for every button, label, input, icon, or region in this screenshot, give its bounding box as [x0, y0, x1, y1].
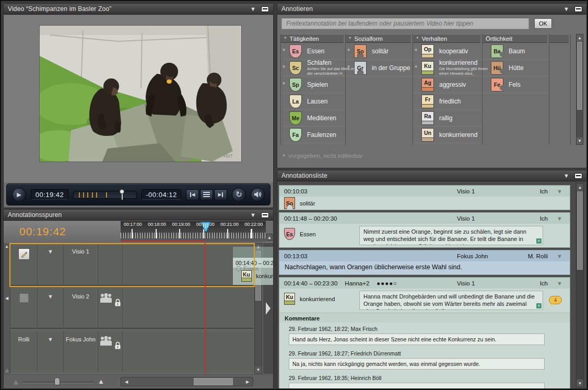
- video-panel-minimize-icon[interactable]: [261, 6, 269, 12]
- entry-description[interactable]: Hanna macht Drohgebärden und will unbedi…: [359, 291, 543, 310]
- comment-count-bubble[interactable]: 4: [549, 296, 562, 304]
- group-icon: [100, 336, 112, 346]
- freetext-annotation-input[interactable]: [281, 18, 529, 29]
- timeline-horizontal-scrollbar[interactable]: ◀ ▶: [121, 377, 253, 386]
- ruler-labels: 00:17:0000:18:00 00:19:0000:20:00 00:21:…: [121, 222, 266, 227]
- tag-essen[interactable]: * Es Essen: [281, 43, 345, 60]
- video-frame[interactable]: MpT: [39, 25, 242, 162]
- expand-text-icon[interactable]: +: [536, 303, 542, 308]
- scroll-down-icon[interactable]: ▼: [255, 366, 262, 373]
- app-window: Video “Schimpanzen im Basler Zoo” ▼: [0, 0, 588, 390]
- annotate-panel-collapse-icon[interactable]: ▼: [563, 6, 569, 12]
- tag-aggressiv[interactable]: Ag aggressiv: [413, 76, 482, 93]
- next-frame-button[interactable]: ▶: [214, 189, 227, 200]
- tag-in-der-gruppe[interactable]: * Gr in der Gruppe: [346, 60, 413, 76]
- edit-track-button[interactable]: [18, 248, 30, 260]
- tag-konkurrierend[interactable]: * Ku konkurrierend Die Mundstellung gibt…: [413, 60, 482, 76]
- entry-menu-icon[interactable]: ▼: [557, 253, 562, 259]
- tag-faulenzen[interactable]: Fa Faulenzen: [281, 127, 345, 143]
- zoom-out-icon[interactable]: △: [14, 380, 18, 385]
- category-column-taetigkeiten: * Tätigkeiten * Es Essen * Sc Schlafen A…: [280, 34, 346, 145]
- play-button[interactable]: ▶: [12, 188, 26, 202]
- list-panel-titlebar[interactable]: Annotationsliste ▼: [277, 170, 586, 181]
- track-timeline-visio2[interactable]: [123, 288, 254, 328]
- scroll-up-icon[interactable]: ▲: [577, 35, 583, 41]
- tag-fels[interactable]: Fe Fels: [483, 76, 549, 93]
- annotation-entry[interactable]: 00:11:48 – 00:20:30 Visio 1 Ich ▼ Es Ess…: [279, 212, 570, 248]
- scroll-thumb[interactable]: [577, 42, 582, 110]
- annotation-entry[interactable]: 00:10:03 Visio 1 Ich ▼ So solitär: [279, 185, 570, 210]
- previous-frame-button[interactable]: ◀: [186, 189, 199, 200]
- expand-text-icon[interactable]: +: [536, 238, 542, 244]
- entry-time: 00:10:03: [284, 188, 308, 194]
- track-dropdown-icon[interactable]: ▼: [48, 336, 53, 342]
- seek-handle[interactable]: [120, 189, 125, 201]
- hscroll-thumb[interactable]: [194, 378, 233, 385]
- video-panel-titlebar[interactable]: Video “Schimpanzen im Basler Zoo” ▼: [4, 4, 273, 15]
- track-timeline-visio1[interactable]: 00:14:40 – 00:23:30 Hanna+2 ●●●●○ Essen: [123, 243, 254, 285]
- entry-menu-icon[interactable]: ▼: [557, 280, 562, 286]
- group-icon: [100, 293, 112, 303]
- tag-konkurrierend-un[interactable]: Un konkurrierend: [413, 127, 482, 143]
- track-timeline-fokus-john[interactable]: [123, 331, 254, 372]
- list-scrollbar[interactable]: ▲ ▼: [576, 183, 584, 387]
- lock-icon: [114, 299, 121, 306]
- comment-meta: 29. Februar 1962, 18:27; Friedrich Dürre…: [289, 350, 570, 357]
- tag-friedlich[interactable]: Fr friedlich: [413, 93, 482, 110]
- frame-list-button[interactable]: [200, 189, 213, 200]
- comment-text: Na ja, nichts kann rückgängig gemacht we…: [289, 358, 545, 370]
- tag-lausen[interactable]: La Lausen: [281, 93, 345, 110]
- entry-subject: Hanna+2: [345, 280, 369, 286]
- track-name: Fokus John: [66, 336, 96, 342]
- track-row-visio1[interactable]: ▼ Visio 1 00:14:40 – 00:23:30 Hanna+2 ●●…: [10, 243, 254, 286]
- zoom-in-icon[interactable]: ▲: [98, 377, 104, 385]
- annotation-entry[interactable]: 00:13:03 Fokus John M. Rolli ▼ Nachschla…: [279, 250, 570, 275]
- volume-button[interactable]: [251, 188, 265, 202]
- scroll-thumb[interactable]: [577, 191, 583, 270]
- tracks-panel-titlebar[interactable]: Annotationsspuren ▼: [4, 210, 273, 221]
- video-panel-collapse-icon[interactable]: ▼: [250, 6, 256, 12]
- tracks-left-scrollbar[interactable]: ▲◀△: [4, 243, 10, 374]
- annotate-panel-titlebar[interactable]: Annotieren ▼: [277, 4, 586, 15]
- track-dropdown-icon[interactable]: ▼: [48, 248, 53, 255]
- list-panel-collapse-icon[interactable]: ▼: [563, 173, 569, 179]
- list-panel-minimize-icon[interactable]: [574, 173, 582, 179]
- annotation-popup[interactable]: 00:14:40 – 00:23:30 Hanna+2 ●●●●○ Essen: [233, 244, 274, 285]
- entry-menu-icon[interactable]: ▼: [557, 215, 562, 222]
- ok-button[interactable]: OK: [534, 18, 552, 29]
- track-dropdown-icon[interactable]: ▼: [48, 293, 53, 300]
- tag-meditieren[interactable]: Me Meditieren: [281, 110, 345, 127]
- tag-huette[interactable]: Hü Hütte: [483, 60, 549, 76]
- entry-time: 00:11:48 – 00:20:30: [284, 215, 337, 222]
- tag-baum[interactable]: Ba Baum: [483, 43, 549, 60]
- scroll-down-icon[interactable]: ▼: [577, 137, 583, 144]
- tag-solitaer[interactable]: * So solitär: [346, 43, 413, 60]
- timeline-ruler[interactable]: 00:17:0000:18:00 00:19:0000:20:00 00:21:…: [121, 221, 266, 242]
- track-row-fokus-john[interactable]: Rolli ▼ Fokus John: [10, 331, 254, 372]
- track-row-visio2[interactable]: ▼ Visio 2: [10, 288, 254, 329]
- comment-text: [289, 383, 545, 389]
- tag-kooperativ[interactable]: * Op kooperativ: [413, 43, 482, 60]
- playhead-icon[interactable]: [199, 221, 212, 236]
- scroll-down-icon[interactable]: ▼: [577, 380, 583, 387]
- tracks-panel-minimize-icon[interactable]: [261, 212, 269, 218]
- seek-bar[interactable]: [73, 191, 137, 199]
- annotation-entry[interactable]: 00:14:40 – 00:23:30 Hanna+2 ●●●●○ Visio …: [279, 277, 570, 389]
- entry-menu-icon[interactable]: ▼: [557, 188, 562, 194]
- loop-button[interactable]: ↻: [232, 188, 246, 202]
- annotate-scrollbar[interactable]: ▲ ▼: [576, 34, 583, 145]
- track-select-button[interactable]: [19, 293, 29, 303]
- scroll-left-icon[interactable]: ◀: [122, 377, 131, 386]
- scroll-right-icon[interactable]: ▶: [243, 377, 252, 386]
- tracks-panel-collapse-icon[interactable]: ▼: [250, 212, 256, 218]
- annotate-panel-minimize-icon[interactable]: [574, 6, 582, 12]
- entry-text: Nachschlagen, wann Orangen üblicherweise…: [279, 261, 570, 273]
- popup-time-range: 00:14:40 – 00:23:30: [236, 260, 274, 266]
- tag-rallig[interactable]: Ra rallig: [413, 110, 482, 127]
- tag-spielen[interactable]: * Sp Spielen: [281, 76, 345, 93]
- zoom-slider-handle[interactable]: [54, 377, 60, 385]
- tracks-scroll-up[interactable]: ▲: [266, 234, 273, 241]
- scroll-up-icon[interactable]: ▲: [577, 183, 583, 191]
- tag-schlafen[interactable]: * Sc Schlafen Achten Sie auf das Merk-ma…: [281, 60, 345, 76]
- entry-description[interactable]: Nimmt zuerst eine Orange, beginnt sie zu…: [359, 226, 543, 245]
